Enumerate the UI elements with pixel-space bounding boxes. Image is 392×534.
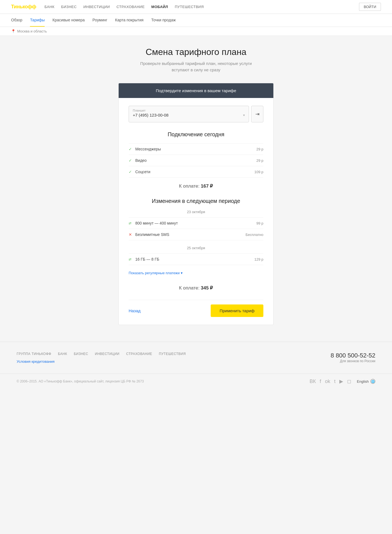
footer-phone-desc: Для звонков по России — [331, 359, 375, 363]
remove-icon: ✕ — [129, 232, 135, 237]
today-total-label: К оплате: — [179, 183, 201, 189]
footer-bottom: © 2006–2015. АО «Тинькофф Банк», официал… — [0, 374, 392, 389]
yt-icon[interactable]: ▶ — [339, 378, 343, 384]
header: Тинькофф БАНК БИЗНЕС ИНВЕСТИЦИИ СТРАХОВА… — [0, 0, 392, 14]
page-title: Смена тарифного плана — [77, 47, 315, 57]
subnav-roaming[interactable]: Роуминг — [93, 14, 107, 27]
subnav-sales[interactable]: Точки продаж — [151, 14, 176, 27]
apply-button[interactable]: Применить тариф — [211, 304, 263, 317]
fb-icon[interactable]: f — [320, 379, 321, 384]
check-icon: ✓ — [129, 158, 135, 163]
show-payments-text: Показать регулярные платежи — [129, 271, 180, 275]
service-row: ✓ Видео 29 р — [129, 155, 263, 166]
next-period-title: Изменения в следующем периоде — [129, 198, 263, 204]
vk-icon[interactable]: ВК — [310, 379, 316, 384]
subnav-overview[interactable]: Обзор — [11, 14, 22, 27]
footer-social: ВК f ok t ▶ ◻ — [310, 378, 352, 384]
main-card: Подтвердите изменения в вашем тарифе Пла… — [118, 83, 274, 325]
nav-insurance[interactable]: СТРАХОВАНИЕ — [116, 5, 145, 9]
main-content: Смена тарифного плана Проверьте выбранны… — [71, 36, 321, 342]
footer-link-bank[interactable]: БАНК — [58, 352, 67, 356]
lang-label: English — [357, 379, 369, 384]
service-row: ⇄ 800 минут — 400 минут 99 р — [129, 218, 263, 229]
footer-phone-number: 8 800 500-52-52 — [331, 352, 375, 359]
nav-travel[interactable]: ПУТЕШЕСТВИЯ — [175, 5, 204, 9]
logo: Тинькофф — [11, 4, 36, 10]
service-row: ✕ Безлимитные SMS Бесплатно — [129, 229, 263, 240]
service-name: Видео — [135, 158, 256, 163]
back-button[interactable]: Назад — [129, 308, 141, 313]
service-row: ✓ Мессенджеры 29 р — [129, 143, 263, 155]
location-text: Москва и область — [17, 29, 47, 33]
nav-biznes[interactable]: БИЗНЕС — [61, 5, 77, 9]
footer-copy: © 2006–2015. АО «Тинькофф Банк», официал… — [17, 379, 144, 383]
next-period-services-2: ⇄ 16 ГБ — 8 ГБ 129 р — [129, 253, 263, 265]
card-header-text: Подтвердите изменения в вашем тарифе — [156, 88, 236, 93]
service-price: 109 р — [254, 170, 263, 174]
phone-label: Планшет — [133, 109, 245, 112]
chevron-down-icon: ▾ — [181, 271, 183, 275]
nav-mobile[interactable]: МОБАЙЛ — [151, 5, 168, 9]
subnav-numbers[interactable]: Красивые номера — [52, 14, 85, 27]
subnav-coverage[interactable]: Карта покрытия — [115, 14, 144, 27]
footer-credit-link[interactable]: Условия кредитования — [17, 359, 55, 364]
date-label-1: 23 октября — [129, 210, 263, 214]
service-name: 800 минут — 400 минут — [135, 221, 256, 225]
nav-invest[interactable]: ИНВЕСТИЦИИ — [83, 5, 110, 9]
tg-icon[interactable]: ◻ — [347, 378, 351, 384]
phone-selector-inner: +7 (495) 123-00-08 ▾ — [133, 113, 245, 117]
nav-bank[interactable]: БАНК — [45, 5, 55, 9]
service-price: 129 р — [254, 257, 263, 261]
top-nav: БАНК БИЗНЕС ИНВЕСТИЦИИ СТРАХОВАНИЕ МОБАЙ… — [45, 3, 381, 11]
footer-link-group[interactable]: ГРУППА ТИНЬКОФФ — [17, 352, 51, 356]
footer-link-travel[interactable]: ПУТЕШЕСТВИЯ — [159, 352, 186, 356]
page-subtitle: Проверьте выбранный тарифный план, некот… — [77, 61, 315, 73]
action-row: Назад Применить тариф — [129, 300, 263, 317]
footer-link-invest[interactable]: ИНВЕСТИЦИИ — [95, 352, 119, 356]
logo-text: Тинькофф — [11, 4, 36, 9]
location-bar: 📍 Москва и область — [0, 27, 392, 36]
service-row: ✓ Соцсети 109 р — [129, 166, 263, 178]
footer-link-insurance[interactable]: СТРАХОВАНИЕ — [126, 352, 152, 356]
subnav-tariffs[interactable]: Тарифы — [30, 14, 45, 27]
footer: 8 800 500-52-52 Для звонков по России ГР… — [0, 342, 392, 389]
service-price: 99 р — [256, 221, 263, 225]
language-selector[interactable]: English 🌐 — [357, 379, 375, 384]
phone-action-button[interactable]: ⇥ — [251, 106, 263, 122]
change-icon: ⇄ — [129, 257, 135, 261]
service-name: Мессенджеры — [135, 147, 256, 151]
today-total: К оплате: 167 ₽ — [129, 183, 263, 189]
ok-icon[interactable]: ok — [325, 379, 330, 384]
footer-link-biznes[interactable]: БИЗНЕС — [74, 352, 88, 356]
show-payments-link[interactable]: Показать регулярные платежи ▾ — [129, 271, 183, 275]
change-icon: ⇄ — [129, 221, 135, 225]
footer-phone: 8 800 500-52-52 Для звонков по России — [331, 352, 375, 363]
footer-credit: Условия кредитования — [17, 359, 375, 364]
check-icon: ✓ — [129, 147, 135, 151]
login-button[interactable]: ВОЙТИ — [359, 3, 381, 11]
service-name: Безлимитные SMS — [135, 232, 246, 237]
card-header: Подтвердите изменения в вашем тарифе — [119, 83, 273, 98]
footer-top: 8 800 500-52-52 Для звонков по России ГР… — [0, 342, 392, 374]
service-price: Бесплатно — [246, 233, 263, 237]
today-total-amount: 167 ₽ — [201, 183, 213, 189]
location-pin-icon: 📍 — [11, 29, 16, 33]
today-services: ✓ Мессенджеры 29 р ✓ Видео 29 р ✓ Соцсет… — [129, 143, 263, 178]
service-name: Соцсети — [135, 170, 254, 174]
phone-selector[interactable]: Планшет +7 (495) 123-00-08 ▾ — [129, 106, 249, 122]
phone-value: +7 (495) 123-00-08 — [133, 113, 169, 117]
next-period-total-label: К оплате: — [179, 285, 201, 291]
service-name: 16 ГБ — 8 ГБ — [135, 257, 254, 261]
tw-icon[interactable]: t — [334, 379, 335, 384]
card-body: Планшет +7 (495) 123-00-08 ▾ ⇥ Подключен… — [119, 98, 273, 325]
globe-icon: 🌐 — [370, 379, 375, 384]
footer-links: ГРУППА ТИНЬКОФФ БАНК БИЗНЕС ИНВЕСТИЦИИ С… — [17, 352, 331, 356]
subnav: Обзор Тарифы Красивые номера Роуминг Кар… — [0, 14, 392, 27]
next-period-services-1: ⇄ 800 минут — 400 минут 99 р ✕ Безлимитн… — [129, 217, 263, 240]
chevron-down-icon: ▾ — [243, 113, 245, 117]
service-row: ⇄ 16 ГБ — 8 ГБ 129 р — [129, 254, 263, 265]
service-price: 29 р — [256, 158, 263, 163]
today-title: Подключение сегодня — [129, 131, 263, 138]
service-price: 29 р — [256, 147, 263, 151]
phone-selector-wrap: Планшет +7 (495) 123-00-08 ▾ ⇥ — [129, 106, 263, 122]
